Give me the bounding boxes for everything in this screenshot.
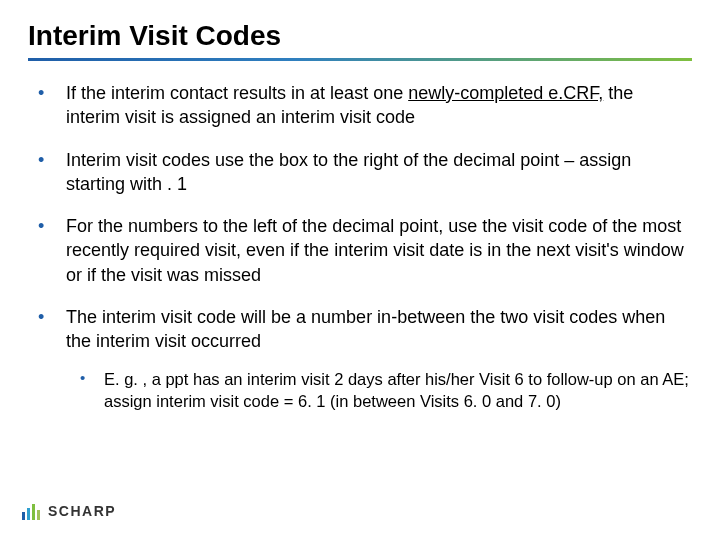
svg-rect-2 [32, 504, 35, 520]
bullet-item: The interim visit code will be a number … [28, 305, 692, 412]
slide: Interim Visit Codes If the interim conta… [0, 0, 720, 540]
sub-bullet-text: E. g. , a ppt has an interim visit 2 day… [104, 370, 689, 410]
bullet-item: Interim visit codes use the box to the r… [28, 148, 692, 197]
svg-rect-3 [37, 510, 40, 520]
bullet-item: For the numbers to the left of the decim… [28, 214, 692, 287]
bullet-text: For the numbers to the left of the decim… [66, 216, 684, 285]
bullet-text-underline: newly-completed e.CRF, [408, 83, 603, 103]
bullet-list: If the interim contact results in at lea… [28, 81, 692, 412]
bullet-item: If the interim contact results in at lea… [28, 81, 692, 130]
footer-logo: SCHARP [20, 500, 116, 522]
bullet-text: The interim visit code will be a number … [66, 307, 665, 351]
title-rule [28, 58, 692, 61]
svg-rect-0 [22, 512, 25, 520]
scharp-logo-icon [20, 500, 42, 522]
footer-logo-text: SCHARP [48, 503, 116, 519]
sub-bullet-list: E. g. , a ppt has an interim visit 2 day… [66, 368, 692, 413]
svg-rect-1 [27, 508, 30, 520]
bullet-text-pre: If the interim contact results in at lea… [66, 83, 408, 103]
bullet-text: Interim visit codes use the box to the r… [66, 150, 631, 194]
sub-bullet-item: E. g. , a ppt has an interim visit 2 day… [66, 368, 692, 413]
slide-title: Interim Visit Codes [28, 20, 692, 52]
